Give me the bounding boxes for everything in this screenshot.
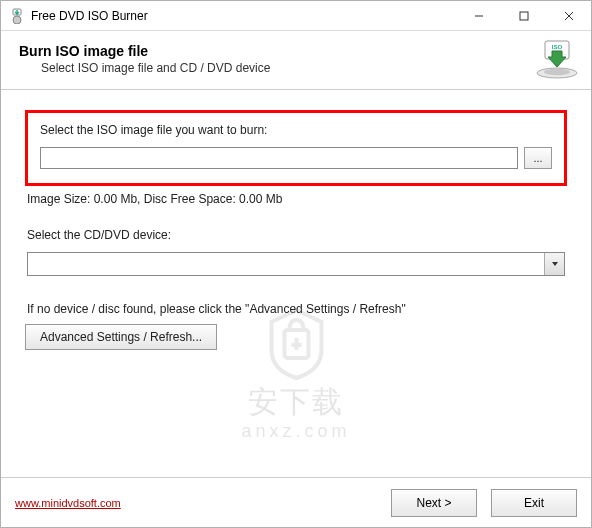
page-subtitle: Select ISO image file and CD / DVD devic… xyxy=(41,61,527,75)
svg-text:ISO: ISO xyxy=(552,44,563,50)
device-selected-value xyxy=(28,253,544,275)
device-select-label: Select the CD/DVD device: xyxy=(27,228,565,242)
exit-button[interactable]: Exit xyxy=(491,489,577,517)
app-title: Free DVD ISO Burner xyxy=(31,9,148,23)
maximize-button[interactable] xyxy=(501,1,546,30)
watermark: 安下载 anxz.com xyxy=(241,300,350,442)
page-title: Burn ISO image file xyxy=(19,43,527,59)
app-window: Free DVD ISO Burner Burn ISO image file … xyxy=(0,0,592,528)
close-button[interactable] xyxy=(546,1,591,30)
iso-path-input[interactable] xyxy=(40,147,518,169)
wizard-footer: www.minidvdsoft.com Next > Exit xyxy=(1,477,591,527)
svg-rect-3 xyxy=(520,12,528,20)
advanced-settings-button[interactable]: Advanced Settings / Refresh... xyxy=(25,324,217,350)
titlebar: Free DVD ISO Burner xyxy=(1,1,591,31)
browse-button[interactable]: ... xyxy=(524,147,552,169)
app-icon xyxy=(9,8,25,24)
window-controls xyxy=(456,1,591,30)
svg-point-0 xyxy=(13,16,21,24)
device-select-group: Select the CD/DVD device: xyxy=(25,228,567,276)
image-size-info: Image Size: 0.00 Mb, Disc Free Space: 0.… xyxy=(27,192,565,206)
no-device-hint: If no device / disc found, please click … xyxy=(25,302,567,316)
device-combobox[interactable] xyxy=(27,252,565,276)
iso-select-label: Select the ISO image file you want to bu… xyxy=(40,123,552,137)
svg-point-7 xyxy=(544,69,570,75)
vendor-link[interactable]: www.minidvdsoft.com xyxy=(15,497,121,509)
wizard-body: Select the ISO image file you want to bu… xyxy=(1,90,591,477)
chevron-down-icon[interactable] xyxy=(544,253,564,275)
svg-rect-10 xyxy=(284,330,308,358)
titlebar-left: Free DVD ISO Burner xyxy=(1,8,148,24)
iso-burn-icon: ISO xyxy=(535,39,579,79)
next-button[interactable]: Next > xyxy=(391,489,477,517)
iso-select-group: Select the ISO image file you want to bu… xyxy=(25,110,567,186)
wizard-header: Burn ISO image file Select ISO image fil… xyxy=(1,31,591,90)
minimize-button[interactable] xyxy=(456,1,501,30)
